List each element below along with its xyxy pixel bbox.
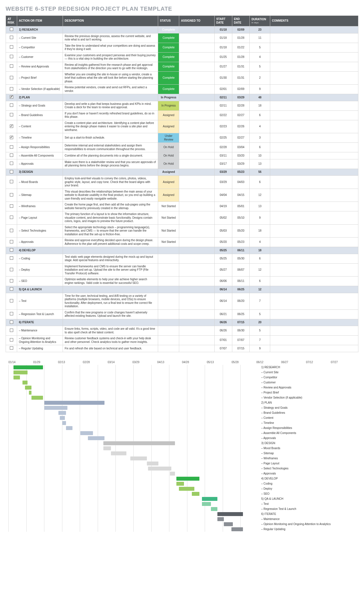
start-date-cell: 03/11	[214, 152, 232, 159]
action-cell: – Assemble All Components	[17, 152, 63, 159]
risk-checkbox[interactable]	[10, 36, 13, 39]
status-cell: In Progress	[158, 101, 179, 110]
comments-cell	[270, 62, 358, 71]
status-cell	[158, 336, 179, 345]
description-cell: Make sure there is a stakeholder review …	[63, 159, 158, 169]
assigned-cell	[179, 247, 215, 254]
gantt-chart: 01/1401/2902/1302/2803/1403/2904/1304/28…	[6, 361, 358, 532]
risk-checkbox[interactable]	[10, 329, 13, 332]
risk-checkbox[interactable]	[10, 153, 13, 157]
risk-checkbox[interactable]	[10, 113, 13, 116]
duration-cell: 9	[250, 85, 270, 94]
gantt-tick: 02/13	[58, 361, 83, 364]
risk-checkbox[interactable]	[10, 268, 13, 271]
status-cell: Complete	[158, 43, 179, 52]
start-date-cell: 07/01	[214, 336, 232, 345]
gantt-bar	[170, 472, 175, 476]
table-row: – Review and ApprovalsReview all insight…	[6, 62, 358, 71]
start-date-cell: 06/14	[214, 286, 232, 293]
description-cell: Employ look-and-feel visuals to convey t…	[63, 176, 158, 189]
action-cell: – Strategy and Goals	[17, 101, 63, 110]
risk-checkbox[interactable]	[10, 193, 13, 196]
table-row: 4) DEVELOP05/2506/1118	[6, 247, 358, 254]
assigned-cell	[179, 238, 215, 247]
action-cell: – SEO	[17, 277, 63, 286]
table-row: 5) QA & LAUNCH06/1406/2512	[6, 286, 358, 293]
gantt-row	[8, 512, 258, 517]
duration-cell: 9	[250, 211, 270, 225]
start-date-cell: 03/29	[214, 169, 232, 176]
table-row: – SitemapThis visual describes the relat…	[6, 189, 358, 202]
comments-cell	[270, 277, 358, 286]
risk-checkbox[interactable]	[10, 279, 13, 282]
risk-checkbox[interactable]	[10, 87, 13, 91]
gantt-tick: 02/28	[83, 361, 108, 364]
assigned-cell	[179, 345, 215, 352]
gantt-row	[8, 496, 258, 501]
start-date-cell: 01/25	[214, 52, 232, 62]
risk-checkbox[interactable]	[10, 103, 13, 107]
assigned-cell	[179, 286, 215, 293]
assigned-cell	[179, 26, 215, 33]
end-date-cell: 01/28	[232, 52, 250, 62]
end-date-cell: 04/03	[232, 176, 250, 189]
duration-cell: 20	[250, 319, 270, 326]
assigned-cell	[179, 277, 215, 286]
risk-checkbox[interactable]	[10, 170, 13, 173]
start-date-cell: 02/01	[214, 85, 232, 94]
risk-checkbox[interactable]	[10, 346, 13, 350]
risk-checkbox[interactable]	[10, 338, 13, 342]
gantt-row	[8, 395, 258, 400]
description-cell	[63, 247, 158, 254]
end-date-cell: 05/01	[232, 202, 250, 211]
risk-checkbox[interactable]	[10, 216, 13, 219]
comments-cell	[270, 33, 358, 43]
risk-checkbox[interactable]	[10, 204, 13, 208]
gantt-row	[8, 451, 258, 456]
action-cell: – Assign Responsibilities	[17, 143, 63, 152]
risk-checkbox[interactable]	[10, 240, 13, 243]
risk-checkbox[interactable]	[10, 180, 13, 183]
assigned-cell	[179, 94, 215, 101]
risk-checkbox[interactable]	[10, 95, 13, 99]
risk-checkbox[interactable]	[10, 256, 13, 260]
gantt-bars-area	[8, 365, 258, 532]
risk-checkbox[interactable]	[10, 312, 13, 315]
comments-cell	[270, 94, 358, 101]
start-date-cell: 05/25	[214, 247, 232, 254]
end-date-cell: 03/04	[232, 143, 250, 152]
risk-checkbox[interactable]	[10, 299, 13, 302]
risk-checkbox[interactable]	[10, 229, 13, 232]
risk-checkbox[interactable]	[10, 28, 13, 31]
risk-checkbox[interactable]	[10, 145, 13, 149]
risk-checkbox[interactable]	[10, 162, 13, 165]
risk-checkbox[interactable]	[10, 136, 13, 139]
risk-checkbox[interactable]	[10, 287, 13, 291]
status-cell: Not Started	[158, 211, 179, 225]
risk-checkbox[interactable]	[10, 125, 13, 128]
risk-checkbox[interactable]	[10, 320, 13, 324]
action-cell: 1) RESEARCH	[17, 26, 63, 33]
assigned-cell	[179, 52, 215, 62]
risk-checkbox[interactable]	[10, 76, 13, 79]
duration-cell: 6	[250, 110, 270, 120]
gantt-row	[8, 415, 258, 420]
duration-cell: 7	[250, 293, 270, 309]
gantt-row	[8, 420, 258, 426]
gantt-tick: 04/13	[157, 361, 182, 364]
status-cell	[158, 286, 179, 293]
gantt-tick: 01/29	[33, 361, 58, 364]
status-cell	[158, 263, 179, 277]
gantt-bar	[217, 512, 243, 516]
comments-cell	[270, 159, 358, 169]
risk-checkbox[interactable]	[10, 45, 13, 49]
status-cell: Assigned	[158, 176, 179, 189]
table-row: – DeployImplement frameworks and CMS to …	[6, 263, 358, 277]
risk-checkbox[interactable]	[10, 55, 13, 58]
end-date-cell: 06/25	[232, 309, 250, 319]
gantt-row	[8, 491, 258, 496]
start-date-cell: 07/07	[214, 345, 232, 352]
comments-cell	[270, 254, 358, 263]
risk-checkbox[interactable]	[10, 248, 13, 252]
risk-checkbox[interactable]	[10, 64, 13, 68]
